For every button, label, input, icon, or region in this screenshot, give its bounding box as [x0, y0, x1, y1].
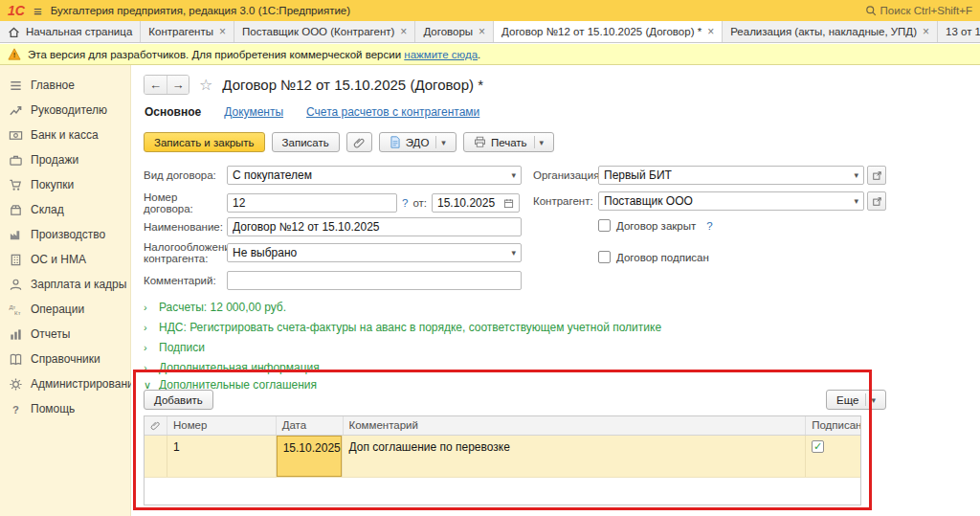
global-search-label: Поиск Ctrl+Shift+F [880, 5, 972, 16]
chevron-down-icon[interactable]: ▾ [854, 170, 858, 180]
tab-label: Контрагенты [148, 26, 213, 37]
contract-closed-checkbox[interactable] [598, 219, 611, 232]
calendar-icon[interactable] [503, 198, 514, 209]
sidebar-item-prodazhi[interactable]: Продажи [0, 147, 130, 172]
table-row[interactable]: 1 15.10.2025 Доп соглашение по перевозке… [145, 436, 860, 478]
tab-label: Начальная страница [26, 26, 132, 37]
tab-home[interactable]: Начальная страница [0, 21, 141, 42]
contract-signed-checkbox[interactable] [598, 251, 611, 263]
sidebar-item-glavnoe[interactable]: Главное [0, 73, 130, 98]
sidebar-item-pomoshch[interactable]: ? Помощь [0, 396, 130, 421]
attachments-button[interactable] [346, 132, 372, 152]
contragent-open-button[interactable] [867, 191, 886, 211]
row-signed-cell[interactable]: ✓ [806, 436, 860, 477]
chevron-right-icon: › [144, 302, 152, 313]
close-icon[interactable]: × [707, 26, 714, 37]
tab-dogovor-12[interactable]: Договор №12 от 15.10.2025 (Договор) * × [494, 21, 723, 42]
sidebar-item-proizvodstvo[interactable]: Производство [0, 222, 130, 247]
back-button[interactable]: ← [145, 76, 167, 94]
sidebar-item-zarplata-i-kadry[interactable]: Зарплата и кадры [0, 272, 130, 297]
nav-osnovnoe[interactable]: Основное [145, 105, 201, 119]
chevron-down-icon[interactable]: ▾ [511, 170, 516, 180]
chevron-down-icon[interactable]: ▾ [511, 248, 516, 258]
close-icon[interactable]: × [479, 26, 485, 37]
selected-cell[interactable]: 15.10.2025 [277, 436, 343, 477]
nav-dokumenty[interactable]: Документы [224, 105, 283, 119]
contragent-select[interactable]: Поставщик ООО ▾ [598, 191, 864, 211]
chevron-down-icon[interactable]: ▾ [534, 136, 545, 148]
purchase-link[interactable]: нажмите сюда [404, 49, 478, 60]
save-button[interactable]: Записать [272, 132, 340, 152]
tab-postavshchik[interactable]: Поставщик ООО (Контрагент) × [234, 21, 415, 42]
sidebar-item-pokupki[interactable]: Покупки [0, 172, 130, 197]
row-number-cell[interactable]: 1 [167, 436, 277, 477]
doc-header: ← → ☆ Договор №12 от 15.10.2025 (Договор… [144, 75, 483, 95]
section-nds[interactable]: › НДС: Регистрировать счета-фактуры на а… [144, 321, 661, 334]
tab-dogovory[interactable]: Договоры × [415, 21, 494, 42]
column-header-date[interactable]: Дата [277, 416, 344, 435]
section-label: Расчеты: 12 000,00 руб. [159, 301, 286, 314]
open-icon [872, 196, 882, 207]
contract-number-input[interactable]: 12 [227, 193, 397, 213]
chevron-down-icon[interactable]: ▾ [435, 136, 446, 148]
section-dop-informatsiya[interactable]: › Дополнительная информация [144, 361, 320, 374]
save-and-close-button[interactable]: Записать и закрыть [144, 132, 265, 152]
number-help-link[interactable]: ? [402, 197, 408, 209]
tab-dogovor-13[interactable]: 13 от 15.10.2025 (Договор) × [938, 21, 980, 42]
sidebar-item-label: Справочники [31, 352, 100, 366]
sidebar-item-spravochniki[interactable]: Справочники [0, 347, 130, 371]
tab-realizatsiya[interactable]: Реализация (акты, накладные, УПД) × [723, 21, 938, 42]
taxation-select[interactable]: Не выбрано ▾ [227, 243, 522, 262]
close-icon[interactable]: × [400, 26, 407, 37]
svg-text:?: ? [12, 403, 19, 415]
favorite-star-icon[interactable]: ☆ [199, 76, 212, 94]
sidebar-item-administrirovanie[interactable]: Администрирование [0, 371, 130, 396]
chevron-down-icon[interactable]: ▾ [854, 196, 858, 206]
edo-button[interactable]: ЭДО ▾ [379, 132, 457, 152]
sidebar-item-otchety[interactable]: Отчеты [0, 322, 130, 347]
forward-button[interactable]: → [167, 76, 189, 94]
contragent-value: Поставщик ООО [604, 194, 850, 208]
row-comment-cell[interactable]: Доп соглашение по перевозке [343, 436, 806, 477]
sidebar-item-rukovoditelyu[interactable]: Руководителю [0, 98, 130, 123]
sidebar-item-bank-i-kassa[interactable]: Банк и касса [0, 123, 130, 147]
contract-name-input[interactable]: Договор №12 от 15.10.2025 [227, 217, 522, 236]
chevron-down-icon[interactable]: ▾ [865, 393, 876, 406]
print-button[interactable]: Печать ▾ [463, 132, 554, 152]
column-header-comment[interactable]: Комментарий [344, 416, 807, 435]
tab-kontragenty[interactable]: Контрагенты × [141, 21, 234, 42]
column-header-signed[interactable]: Подписано [806, 416, 860, 435]
contract-signed-label: Договор подписан [616, 252, 709, 263]
global-search[interactable]: Поиск Ctrl+Shift+F [865, 5, 972, 16]
section-raschety[interactable]: › Расчеты: 12 000,00 руб. [144, 301, 286, 314]
row-date-cell[interactable]: 15.10.2025 [277, 436, 344, 477]
sidebar-item-os-i-nma[interactable]: ОС и НМА [0, 247, 130, 272]
main-menu-button[interactable]: ≡ [33, 3, 42, 19]
contract-type-select[interactable]: С покупателем ▾ [227, 166, 522, 185]
comment-input[interactable] [227, 271, 522, 290]
row-signed-checkbox[interactable]: ✓ [812, 440, 824, 453]
organization-row: Первый БИТ ▾ [598, 166, 886, 185]
printer-icon [474, 136, 486, 148]
close-icon[interactable]: × [219, 26, 226, 37]
close-icon[interactable]: × [923, 26, 929, 37]
closed-help-link[interactable]: ? [706, 220, 712, 232]
column-header-number[interactable]: Номер [167, 416, 277, 435]
organization-open-button[interactable] [867, 166, 886, 185]
organization-select[interactable]: Первый БИТ ▾ [598, 166, 864, 185]
more-button[interactable]: Еще ▾ [826, 390, 886, 410]
section-label: Подписи [159, 341, 205, 354]
sidebar-item-operatsii[interactable]: ДтКт Операции [0, 297, 130, 322]
add-agreement-button[interactable]: Добавить [144, 390, 213, 410]
sidebar-item-label: Администрирование [31, 377, 140, 391]
organization-label: Организация: [533, 169, 603, 181]
sidebar-item-sklad[interactable]: Склад [0, 197, 130, 222]
contract-signed-row: Договор подписан [598, 251, 709, 263]
sidebar-item-label: Отчеты [31, 327, 70, 341]
nav-scheta-raschetov[interactable]: Счета расчетов с контрагентами [306, 105, 479, 119]
attachment-column-header[interactable] [145, 416, 167, 435]
section-podpisi[interactable]: › Подписи [144, 341, 205, 354]
contract-date-input[interactable]: 15.10.2025 [432, 193, 520, 213]
row-attachment-cell[interactable] [145, 436, 167, 477]
taxation-row: Налогообложение контрагента: Не выбрано … [144, 241, 522, 264]
